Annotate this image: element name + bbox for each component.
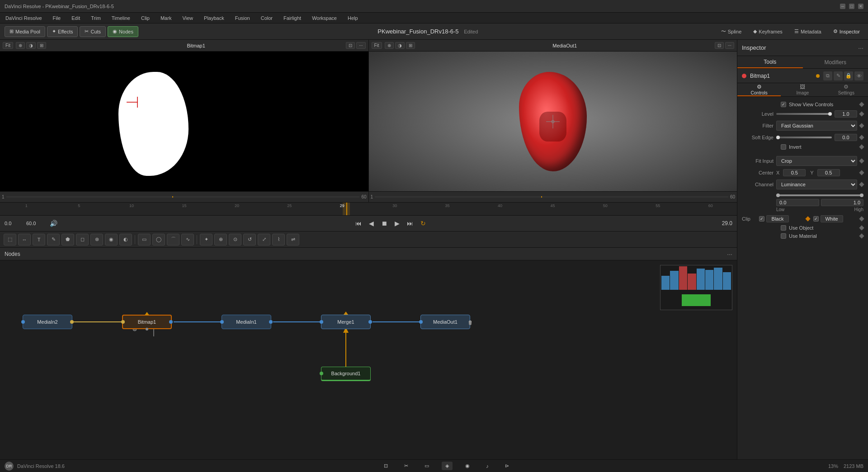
viewer2-color-btn[interactable]: ◑ — [395, 42, 405, 49]
filter-select[interactable]: Fast Gaussian — [776, 121, 857, 131]
viewer1-more-btn[interactable]: ··· — [356, 42, 365, 49]
viewer2-zoom-btn[interactable]: ⊕ — [385, 42, 394, 49]
inspector-tab[interactable]: ⚙ Inspector — [830, 27, 863, 36]
clip-black-value[interactable]: Black — [766, 215, 789, 222]
nodes-content[interactable]: MediaIn2 Bitmap1 MediaIn1 — [0, 260, 737, 459]
tab-controls[interactable]: ⚙ Controls — [737, 83, 781, 96]
fx-blur-btn[interactable]: ◉ — [105, 234, 118, 245]
viewer2-aspect-btn[interactable]: ⊡ — [715, 42, 724, 49]
volume-btn[interactable]: 🔊 — [48, 219, 59, 228]
close-button[interactable]: ✕ — [858, 4, 863, 9]
fx-brush-btn[interactable]: ✎ — [47, 234, 60, 245]
inspector-more-btn[interactable]: ··· — [858, 44, 863, 52]
maximize-button[interactable]: □ — [849, 4, 854, 9]
bottom-cut-icon[interactable]: ✂ — [401, 462, 412, 470]
menu-trim[interactable]: Trim — [89, 14, 103, 22]
effects-button[interactable]: ✦ Effects — [47, 26, 78, 37]
step-back-btn[interactable]: ◀ — [367, 219, 376, 228]
viewer2-progress-bar[interactable] — [375, 196, 728, 198]
fx-3d-rotate-btn[interactable]: ↺ — [243, 234, 256, 245]
fx-bezier-btn[interactable]: ⌒ — [167, 234, 179, 245]
range-track[interactable] — [776, 194, 863, 196]
bottom-media-icon[interactable]: ⊡ — [380, 462, 392, 470]
range-low-value[interactable]: 0.0 — [776, 199, 819, 206]
show-view-controls-checkbox[interactable] — [781, 102, 786, 107]
viewer2-more-btn[interactable]: ··· — [725, 42, 734, 49]
viewer1-fit-dropdown[interactable]: Fit — [3, 42, 13, 49]
menu-playback[interactable]: Playback — [202, 14, 226, 22]
clip-black-checkbox[interactable] — [759, 216, 764, 222]
fx-clone-btn[interactable]: ⊗ — [90, 234, 103, 245]
clip-white-checkbox[interactable] — [813, 216, 819, 222]
inspector-edit-icon[interactable]: ✎ — [834, 71, 843, 80]
fx-ellipse-btn[interactable]: ◯ — [152, 234, 165, 245]
tab-image[interactable]: 🖼 Image — [781, 83, 824, 96]
media-pool-button[interactable]: ⊞ Media Pool — [5, 26, 45, 37]
fx-bspline-btn[interactable]: ∿ — [181, 234, 194, 245]
fx-select-btn[interactable]: ⬚ — [4, 234, 16, 245]
viewer1-grid-btn[interactable]: ⊞ — [37, 42, 46, 49]
fx-mirror-btn[interactable]: ⇌ — [287, 234, 299, 245]
inspector-eye-icon[interactable]: 👁 — [854, 71, 863, 80]
range-thumb-left[interactable] — [776, 194, 780, 197]
cuts-button[interactable]: ✂ Cuts — [80, 26, 106, 37]
menu-davinci[interactable]: DaVinci Resolve — [4, 14, 44, 22]
inspector-lock-icon[interactable]: 🔒 — [844, 71, 853, 80]
window-controls[interactable]: ─ □ ✕ — [840, 4, 863, 9]
viewer1-zoom-btn[interactable]: ⊕ — [16, 42, 25, 49]
fx-move-btn[interactable]: ↔ — [18, 234, 31, 245]
use-material-checkbox[interactable] — [781, 233, 786, 239]
viewer2-content[interactable] — [369, 52, 737, 191]
minimize-button[interactable]: ─ — [840, 4, 845, 9]
fx-erase-btn[interactable]: ◻ — [76, 234, 89, 245]
menu-fairlight[interactable]: Fairlight — [282, 14, 303, 22]
fx-3d-select-btn[interactable]: ⊙ — [229, 234, 241, 245]
center-y-value[interactable]: 0.5 — [817, 169, 840, 176]
menu-clip[interactable]: Clip — [139, 14, 151, 22]
fx-3d-move-btn[interactable]: ⊕ — [214, 234, 227, 245]
viewer1-progress-bar[interactable] — [6, 196, 360, 198]
keyframes-tab[interactable]: ◆ Keyframes — [750, 27, 786, 36]
node-merge1[interactable]: Merge1 — [321, 315, 371, 329]
nodes-button[interactable]: ◉ Nodes — [108, 26, 138, 37]
viewer2-grid-btn[interactable]: ⊞ — [406, 42, 415, 49]
tools-tab[interactable]: Tools — [737, 56, 803, 68]
modifiers-tab[interactable]: Modifiers — [803, 56, 868, 68]
loop-btn[interactable]: ↻ — [419, 219, 428, 228]
play-btn[interactable]: ▶ — [393, 219, 401, 228]
menu-file[interactable]: File — [51, 14, 63, 22]
bottom-fusion-icon[interactable]: ◈ — [442, 462, 453, 470]
viewer1-aspect-btn[interactable]: ⊡ — [346, 42, 355, 49]
viewer2-fit-dropdown[interactable]: Fit — [372, 42, 382, 49]
bottom-deliver-icon[interactable]: ⊳ — [501, 462, 513, 470]
timeline-ruler[interactable]: // Will be rendered inline below 1 5 10 … — [0, 203, 737, 215]
stop-btn[interactable]: ⏹ — [379, 219, 389, 228]
menu-mark[interactable]: Mark — [159, 14, 173, 22]
range-thumb-right[interactable] — [860, 194, 863, 197]
spline-tab[interactable]: 〜 Spline — [717, 27, 745, 36]
node-bitmap1[interactable]: Bitmap1 — [122, 315, 172, 329]
fit-input-select[interactable]: Crop — [776, 156, 857, 166]
menu-color[interactable]: Color — [259, 14, 274, 22]
viewer1-color-btn[interactable]: ◑ — [26, 42, 36, 49]
menu-help[interactable]: Help — [346, 14, 360, 22]
inspector-copy-icon[interactable]: ⧉ — [823, 71, 832, 80]
level-slider[interactable] — [776, 113, 832, 115]
channel-select[interactable]: Luminance — [776, 179, 857, 189]
node-mediaout1[interactable]: MediaOut1 — [420, 315, 470, 329]
nodes-more-btn[interactable]: ··· — [727, 250, 732, 258]
soft-edge-slider[interactable] — [776, 137, 832, 138]
bottom-fairlight-icon[interactable]: ♪ — [482, 462, 492, 470]
menu-timeline[interactable]: Timeline — [110, 14, 132, 22]
fx-point-btn[interactable]: ✦ — [200, 234, 212, 245]
node-background1[interactable]: Background1 — [321, 367, 371, 381]
range-high-value[interactable]: 1.0 — [821, 199, 864, 206]
fx-sculpt-btn[interactable]: ⌇ — [272, 234, 285, 245]
viewer1-content[interactable] — [0, 52, 368, 191]
menu-workspace[interactable]: Workspace — [310, 14, 339, 22]
soft-edge-value[interactable]: 0.0 — [835, 134, 857, 141]
invert-checkbox[interactable] — [781, 144, 786, 150]
tab-settings[interactable]: ⚙ Settings — [825, 83, 868, 96]
center-x-value[interactable]: 0.5 — [783, 169, 806, 176]
go-start-btn[interactable]: ⏮ — [354, 219, 363, 228]
